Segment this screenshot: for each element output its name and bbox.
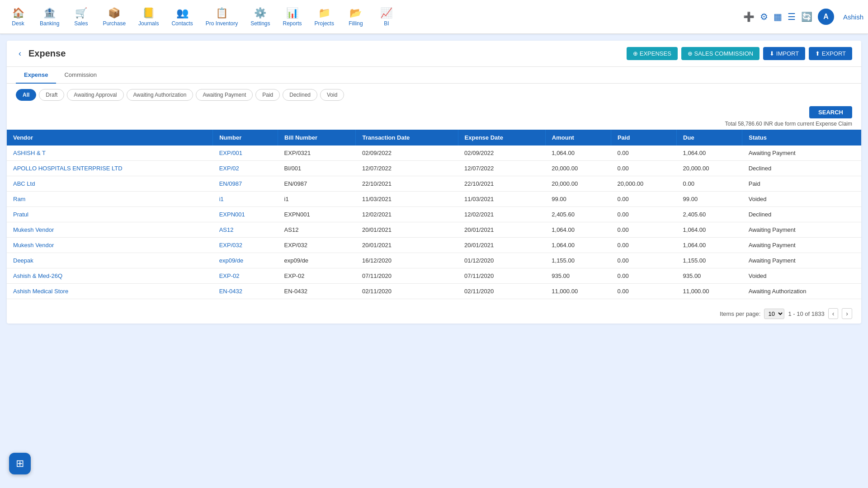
nav-item-reports[interactable]: 📊 Reports <box>278 5 307 29</box>
nav-item-sales[interactable]: 🛒 Sales <box>67 5 94 29</box>
cell-status: Awaiting Payment <box>742 222 861 238</box>
cell-expense-date: 02/09/2022 <box>458 145 545 161</box>
cell-amount: 99.00 <box>545 192 611 207</box>
cell-vendor[interactable]: Ashish Medical Store <box>7 284 213 299</box>
filter-awaiting-approval[interactable]: Awaiting Approval <box>67 89 123 101</box>
cell-vendor[interactable]: Mukesh Vendor <box>7 222 213 238</box>
filter-void[interactable]: Void <box>320 89 344 101</box>
cell-expense-date: 07/11/2020 <box>458 268 545 284</box>
cell-vendor[interactable]: Ram <box>7 192 213 207</box>
cell-number[interactable]: i1 <box>213 192 278 207</box>
cell-vendor[interactable]: APOLLO HOSPITALS ENTERPRISE LTD <box>7 161 213 176</box>
filter-draft[interactable]: Draft <box>39 89 64 101</box>
cell-paid: 0.00 <box>611 145 676 161</box>
nav-item-filling[interactable]: 📂 Filling <box>342 5 369 29</box>
cell-number[interactable]: EXP/001 <box>213 145 278 161</box>
table-row[interactable]: ABC Ltd EN/0987 EN/0987 22/10/2021 22/10… <box>7 176 861 192</box>
cell-paid: 0.00 <box>611 268 676 284</box>
nav-item-contacts[interactable]: 👥 Contacts <box>167 5 197 29</box>
cell-status: Awaiting Payment <box>742 253 861 268</box>
cell-vendor[interactable]: ASHISH & T <box>7 145 213 161</box>
cell-vendor[interactable]: Pratul <box>7 207 213 222</box>
list-view-icon[interactable]: ☰ <box>788 11 796 22</box>
filter-awaiting-payment[interactable]: Awaiting Payment <box>196 89 253 101</box>
add-icon[interactable]: ➕ <box>743 11 755 22</box>
nav-item-journals[interactable]: 📒 Journals <box>134 5 163 29</box>
nav-item-settings[interactable]: ⚙️ Settings <box>246 5 274 29</box>
avatar[interactable]: A <box>818 9 834 25</box>
tab-expense-label: Expense <box>24 71 48 78</box>
gear-icon[interactable]: ⚙ <box>760 11 768 22</box>
cell-bill-number: EXP-02 <box>278 268 356 284</box>
expenses-button[interactable]: ⊕ EXPENSES <box>627 47 678 60</box>
table-row[interactable]: Mukesh Vendor AS12 AS12 20/01/2021 20/01… <box>7 222 861 238</box>
table-row[interactable]: Ashish & Med-26Q EXP-02 EXP-02 07/11/202… <box>7 268 861 284</box>
table-row[interactable]: Mukesh Vendor EXP/032 EXP/032 20/01/2021… <box>7 238 861 253</box>
cell-transaction-date: 20/01/2021 <box>356 238 458 253</box>
nav-item-projects[interactable]: 📁 Projects <box>310 5 339 29</box>
cell-vendor[interactable]: ABC Ltd <box>7 176 213 192</box>
cell-number[interactable]: EXP/032 <box>213 238 278 253</box>
nav-label-projects: Projects <box>315 20 334 27</box>
total-text: Total 58,786.60 INR due form current Exp… <box>725 121 852 127</box>
filter-all-label: All <box>23 92 29 98</box>
filter-declined[interactable]: Declined <box>283 89 317 101</box>
cell-amount: 1,064.00 <box>545 145 611 161</box>
filter-paid[interactable]: Paid <box>255 89 280 101</box>
nav-item-purchase[interactable]: 📦 Purchase <box>98 5 130 29</box>
cell-transaction-date: 07/11/2020 <box>356 268 458 284</box>
cell-due: 1,064.00 <box>677 222 742 238</box>
col-transaction-date: Transaction Date <box>356 130 458 145</box>
items-per-page-label: Items per page: <box>720 310 760 317</box>
table-row[interactable]: Ashish Medical Store EN-0432 EN-0432 02/… <box>7 284 861 299</box>
col-number: Number <box>213 130 278 145</box>
cell-number[interactable]: EXP-02 <box>213 268 278 284</box>
cell-paid: 20,000.00 <box>611 176 676 192</box>
cell-number[interactable]: AS12 <box>213 222 278 238</box>
cell-number[interactable]: EN/0987 <box>213 176 278 192</box>
grid-view-icon[interactable]: ▦ <box>774 11 782 22</box>
search-button[interactable]: SEARCH <box>809 106 852 118</box>
filter-awaiting-authorization[interactable]: Awaiting Authorization <box>127 89 193 101</box>
cell-transaction-date: 12/07/2022 <box>356 161 458 176</box>
filter-draft-label: Draft <box>46 92 57 98</box>
cell-number[interactable]: EN-0432 <box>213 284 278 299</box>
nav-label-filling: Filling <box>349 20 363 27</box>
tab-commission[interactable]: Commission <box>56 67 105 84</box>
nav-item-banking[interactable]: 🏦 Banking <box>35 5 64 29</box>
nav-label-pro-inventory: Pro Inventory <box>206 20 238 27</box>
nav-item-pro-inventory[interactable]: 📋 Pro Inventory <box>201 5 242 29</box>
tab-expense[interactable]: Expense <box>16 67 56 84</box>
table-row[interactable]: ASHISH & T EXP/001 EXP/0321 02/09/2022 0… <box>7 145 861 161</box>
grid-fab[interactable]: ⊞ <box>9 453 31 474</box>
cell-due: 2,405.60 <box>677 207 742 222</box>
cell-number[interactable]: EXP/02 <box>213 161 278 176</box>
projects-icon: 📁 <box>318 7 330 19</box>
back-button[interactable]: ‹ <box>16 48 24 59</box>
desk-icon: 🏠 <box>12 7 24 19</box>
next-page-button[interactable]: › <box>842 308 852 319</box>
import-button[interactable]: ⬇ IMPORT <box>763 47 805 60</box>
sales-commission-button[interactable]: ⊕ SALES COMMISSION <box>681 47 760 60</box>
cell-vendor[interactable]: Ashish & Med-26Q <box>7 268 213 284</box>
col-due: Due <box>677 130 742 145</box>
nav-item-bi[interactable]: 📈 BI <box>373 5 400 29</box>
cell-paid: 0.00 <box>611 207 676 222</box>
cell-number[interactable]: EXPN001 <box>213 207 278 222</box>
cell-transaction-date: 16/12/2020 <box>356 253 458 268</box>
page-title: Expense <box>28 48 66 59</box>
table-row[interactable]: Deepak exp09/de exp09/de 16/12/2020 01/1… <box>7 253 861 268</box>
nav-item-desk[interactable]: 🏠 Desk <box>5 5 32 29</box>
filter-all[interactable]: All <box>16 89 36 101</box>
table-row[interactable]: Pratul EXPN001 EXPN001 12/02/2021 12/02/… <box>7 207 861 222</box>
table-row[interactable]: APOLLO HOSPITALS ENTERPRISE LTD EXP/02 B… <box>7 161 861 176</box>
items-per-page-select[interactable]: 10 25 50 <box>764 309 784 319</box>
table-row[interactable]: Ram i1 i1 11/03/2021 11/03/2021 99.00 0.… <box>7 192 861 207</box>
cell-number[interactable]: exp09/de <box>213 253 278 268</box>
prev-page-button[interactable]: ‹ <box>828 308 839 319</box>
cell-vendor[interactable]: Mukesh Vendor <box>7 238 213 253</box>
cell-vendor[interactable]: Deepak <box>7 253 213 268</box>
cell-amount: 11,000.00 <box>545 284 611 299</box>
export-button[interactable]: ⬆ EXPORT <box>809 47 852 60</box>
refresh-icon[interactable]: 🔄 <box>801 11 812 22</box>
